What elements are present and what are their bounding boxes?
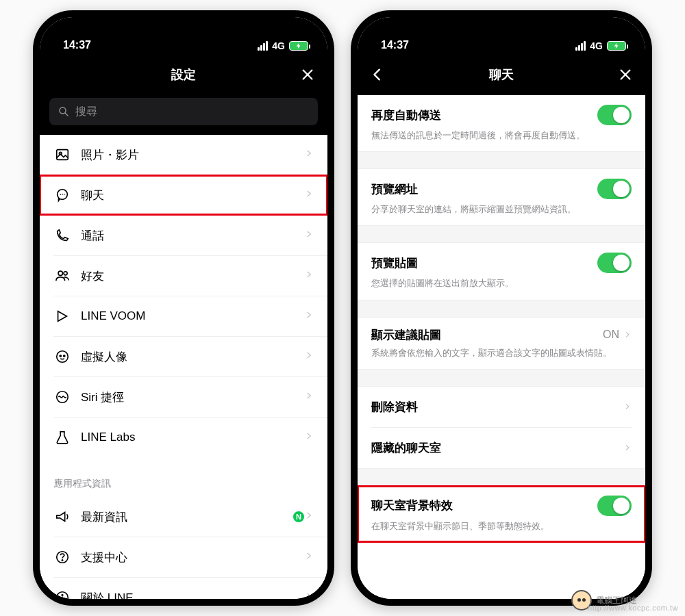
row-label: LINE VOOM xyxy=(81,309,304,323)
setting-sub: 無法傳送的訊息於一定時間過後，將會再度自動傳送。 xyxy=(371,129,632,142)
appinfo-row-0[interactable]: 最新資訊N xyxy=(40,497,327,537)
chevron-right-icon xyxy=(304,350,314,363)
setting-title: 再度自動傳送 xyxy=(371,107,441,123)
chat-icon xyxy=(53,188,71,203)
chevron xyxy=(623,444,632,452)
labs-icon xyxy=(53,430,71,445)
chat-setting-4[interactable]: 刪除資料 xyxy=(358,387,645,427)
chevron-right-icon xyxy=(304,431,314,444)
signal-icon xyxy=(575,41,586,51)
network-label: 4G xyxy=(272,40,285,51)
toggle-switch[interactable] xyxy=(597,253,632,273)
phone-settings: 14:37 4G 設定 搜尋 照片・影片聊天通話好友LINE VOOM虛擬人像S… xyxy=(33,10,334,606)
close-button[interactable] xyxy=(606,54,645,95)
svg-point-7 xyxy=(60,355,61,357)
setting-title: 聊天室背景特效 xyxy=(371,498,453,513)
search-placeholder: 搜尋 xyxy=(75,105,97,119)
setting-title: 隱藏的聊天室 xyxy=(371,440,441,456)
chevron xyxy=(623,402,632,411)
section-title: 應用程式資訊 xyxy=(40,478,327,497)
phone-screen: 14:37 4G 設定 搜尋 照片・影片聊天通話好友LINE VOOM虛擬人像S… xyxy=(40,17,327,599)
appinfo-row-2[interactable]: 關於 LINE xyxy=(40,578,327,599)
settings-row-4[interactable]: LINE VOOM xyxy=(40,296,327,336)
setting-value: ON xyxy=(603,329,632,341)
chevron-right-icon xyxy=(304,391,314,403)
settings-row-1[interactable]: 聊天 xyxy=(40,175,327,215)
settings-row-6[interactable]: Siri 捷徑 xyxy=(40,377,327,417)
chevron-right-icon xyxy=(623,444,632,452)
toggle-switch[interactable] xyxy=(597,179,632,199)
settings-row-2[interactable]: 通話 xyxy=(40,216,327,255)
status-time: 14:37 xyxy=(381,39,409,51)
setting-sub: 系統將會依您輸入的文字，顯示適合該文字的貼圖或表情貼。 xyxy=(371,347,632,359)
svg-point-8 xyxy=(64,355,65,357)
chevron-left-icon xyxy=(370,67,385,82)
appinfo-row-1[interactable]: 支援中心 xyxy=(40,537,327,577)
row-label: Siri 捷徑 xyxy=(81,389,304,405)
setting-title: 預覽貼圖 xyxy=(371,255,418,271)
status-time: 14:37 xyxy=(63,39,91,51)
chevron-right-icon xyxy=(304,270,314,282)
row-label: LINE Labs xyxy=(81,431,304,444)
setting-sub: 您選擇的貼圖將在送出前放大顯示。 xyxy=(371,277,632,290)
row-label: 最新資訊 xyxy=(81,509,289,525)
settings-row-3[interactable]: 好友 xyxy=(40,256,327,296)
megaphone-icon xyxy=(53,509,71,524)
chat-setting-2: 預覽貼圖您選擇的貼圖將在送出前放大顯示。 xyxy=(358,243,645,299)
network-label: 4G xyxy=(590,40,603,51)
dynamic-island xyxy=(144,27,223,49)
chat-setting-5[interactable]: 隱藏的聊天室 xyxy=(358,428,645,468)
chat-setting-6: 聊天室背景特效在聊天室背景中顯示節日、季節等動態特效。 xyxy=(358,486,645,542)
close-icon xyxy=(618,67,633,82)
row-label: 關於 LINE xyxy=(81,590,304,600)
status-right: 4G xyxy=(575,40,626,51)
signal-icon xyxy=(258,41,268,51)
setting-title: 顯示建議貼圖 xyxy=(371,327,441,343)
chevron-right-icon xyxy=(623,331,632,339)
chevron-right-icon xyxy=(304,591,314,599)
page-title: 設定 xyxy=(171,66,196,83)
image-video-icon xyxy=(53,147,71,162)
new-badge: N xyxy=(293,511,304,522)
chevron-right-icon xyxy=(304,229,314,242)
settings-row-7[interactable]: LINE Labs xyxy=(40,418,327,457)
phone-screen: 14:37 4G 聊天 再度自動傳送無法傳送的訊息於一定時間過後，將會再度自動傳… xyxy=(358,17,645,599)
svg-rect-1 xyxy=(57,150,68,160)
friends-icon xyxy=(53,268,71,283)
settings-row-0[interactable]: 照片・影片 xyxy=(40,135,327,175)
page-title: 聊天 xyxy=(489,66,514,83)
chat-setting-0: 再度自動傳送無法傳送的訊息於一定時間過後，將會再度自動傳送。 xyxy=(358,95,645,151)
chevron-right-icon xyxy=(304,551,314,563)
nav-header: 設定 xyxy=(40,54,327,95)
svg-point-13 xyxy=(62,595,63,596)
battery-icon xyxy=(607,41,626,51)
siri-icon xyxy=(53,389,71,405)
svg-point-4 xyxy=(58,271,62,275)
help-icon xyxy=(53,550,71,565)
watermark: http://www.kocpc.com.tw xyxy=(588,604,678,612)
svg-point-5 xyxy=(64,272,67,275)
setting-sub: 在聊天室背景中顯示節日、季節等動態特效。 xyxy=(371,520,632,532)
svg-point-6 xyxy=(57,351,68,363)
nav-header: 聊天 xyxy=(358,54,645,95)
close-button[interactable] xyxy=(288,54,327,95)
battery-icon xyxy=(289,41,308,51)
back-button[interactable] xyxy=(358,54,397,95)
search-icon xyxy=(58,105,70,118)
close-icon xyxy=(300,67,315,82)
row-label: 通話 xyxy=(81,228,304,244)
avatar-icon xyxy=(53,349,71,364)
call-icon xyxy=(53,228,71,243)
svg-point-11 xyxy=(62,560,62,561)
chevron-right-icon xyxy=(304,149,314,161)
settings-list: 照片・影片聊天通話好友LINE VOOM虛擬人像Siri 捷徑LINE Labs… xyxy=(40,135,327,599)
settings-row-5[interactable]: 虛擬人像 xyxy=(40,337,327,376)
row-label: 聊天 xyxy=(81,188,304,203)
toggle-switch[interactable] xyxy=(597,105,632,125)
chat-setting-1: 預覽網址分享於聊天室的連結，將顯示縮圖並預覽網站資訊。 xyxy=(358,169,645,225)
search-input[interactable]: 搜尋 xyxy=(49,98,318,125)
toggle-switch[interactable] xyxy=(597,496,632,516)
chat-settings-list: 再度自動傳送無法傳送的訊息於一定時間過後，將會再度自動傳送。預覽網址分享於聊天室… xyxy=(358,95,645,599)
dynamic-island xyxy=(462,27,541,49)
chat-setting-3[interactable]: 顯示建議貼圖ON系統將會依您輸入的文字，顯示適合該文字的貼圖或表情貼。 xyxy=(358,318,645,369)
